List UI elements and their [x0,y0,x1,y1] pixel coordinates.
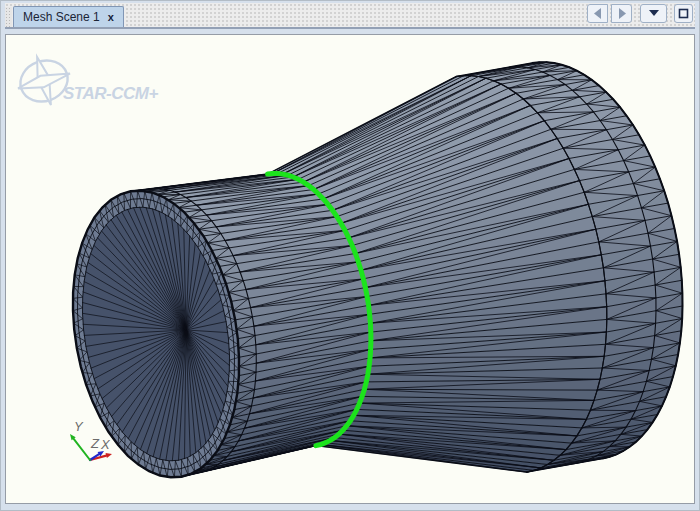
axis-label-y: Y [74,419,84,434]
axis-label-x: X [100,437,111,452]
logo-text: STAR-CCM+ [63,84,158,103]
chevron-down-icon [649,10,659,16]
logo-watermark: STAR-CCM+ [15,54,159,108]
tab-label: Mesh Scene 1 [23,10,100,24]
scene-viewport[interactable]: STAR-CCM+YZX [5,34,695,504]
tab-mesh-scene-1[interactable]: Mesh Scene 1 x [13,6,124,27]
arrow-left-icon [594,8,602,19]
maximize-button[interactable] [674,4,693,23]
tab-controls [587,4,695,23]
mesh-3d-view[interactable]: STAR-CCM+YZX [6,35,694,503]
tab-bar: Mesh Scene 1 x [5,3,695,29]
maximize-icon [678,8,689,19]
mesh-scene-window: Mesh Scene 1 x STAR-CCM+YZX [0,0,700,511]
tab-close-icon[interactable]: x [108,12,114,23]
axis-label-z: Z [90,436,100,451]
scroll-tabs-right-button[interactable] [611,4,632,23]
tab-drag-handle[interactable] [5,7,12,27]
tab-list-dropdown-button[interactable] [640,4,667,23]
scroll-tabs-left-button[interactable] [587,4,608,23]
arrow-right-icon [618,8,626,19]
